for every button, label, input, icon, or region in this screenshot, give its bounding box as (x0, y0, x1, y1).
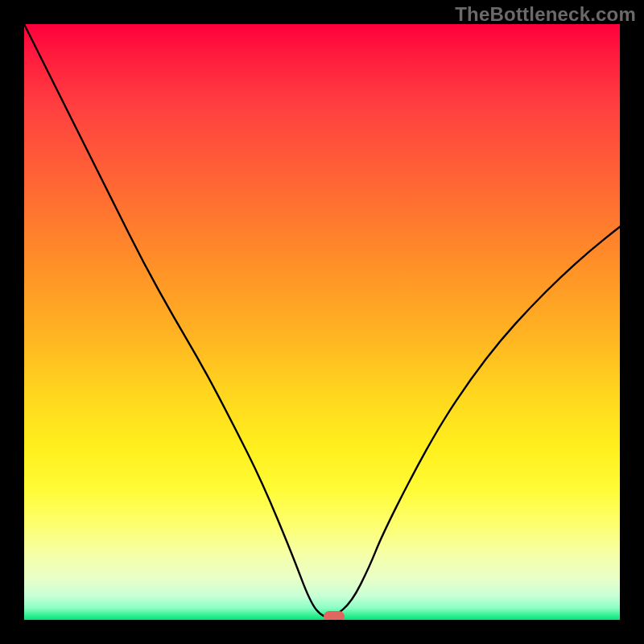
watermark-text: TheBottleneck.com (455, 3, 636, 26)
plot-area (24, 24, 620, 620)
chart-frame: TheBottleneck.com (0, 0, 644, 644)
optimum-marker (324, 611, 345, 620)
bottleneck-curve (24, 24, 620, 620)
